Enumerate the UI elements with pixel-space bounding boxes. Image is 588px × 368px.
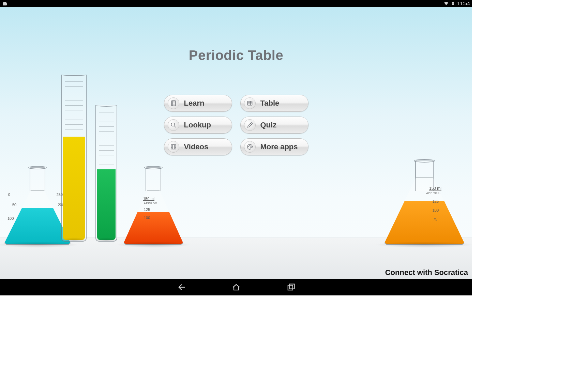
status-bar: 11:54	[0, 0, 472, 7]
svg-point-4	[171, 123, 175, 126]
videos-label: Videos	[184, 142, 226, 151]
flask-orange-large: 150 ml APPROX. 125 100 75	[383, 133, 465, 245]
lookup-label: Lookup	[184, 121, 226, 129]
videos-button[interactable]: Videos	[164, 138, 232, 155]
magnifier-icon	[168, 119, 179, 131]
battery-charging-icon	[451, 1, 455, 6]
more-apps-label: More apps	[260, 142, 302, 151]
svg-point-8	[251, 146, 251, 147]
palette-icon	[244, 141, 256, 153]
connect-link[interactable]: Connect with Socratica	[385, 268, 468, 277]
svg-point-7	[250, 145, 250, 146]
svg-rect-3	[247, 101, 252, 105]
main-menu: Learn Table Lookup Quiz	[164, 95, 308, 155]
table-button[interactable]: Table	[240, 95, 308, 112]
cylinder-yellow: EX20°C 100ml±1ml 100	[61, 75, 87, 242]
app-content: 0 50 100 250 200 EX20°C 100ml±1ml 100	[0, 7, 472, 279]
wifi-icon	[443, 1, 449, 6]
device-frame: 11:54 0 50 100 250 200	[0, 0, 472, 295]
svg-point-6	[248, 146, 249, 147]
svg-rect-9	[288, 285, 292, 290]
table-label: Table	[260, 99, 302, 108]
status-left	[2, 1, 7, 6]
nav-bar	[0, 279, 472, 295]
svg-rect-2	[171, 101, 176, 106]
grid-icon	[244, 97, 256, 109]
status-clock: 11:54	[457, 1, 470, 6]
nav-recent-button[interactable]	[284, 280, 298, 294]
nav-back-button[interactable]	[175, 280, 189, 294]
svg-rect-1	[453, 2, 453, 2]
status-right: 11:54	[443, 1, 470, 6]
page-title: Periodic Table	[189, 48, 283, 63]
learn-label: Learn	[184, 99, 226, 108]
learn-button[interactable]: Learn	[164, 95, 232, 112]
notebook-icon	[168, 97, 179, 109]
glassware-left-group: 0 50 100 250 200 EX20°C 100ml±1ml 100	[3, 61, 181, 279]
android-debug-icon	[2, 1, 7, 6]
quiz-label: Quiz	[260, 121, 302, 129]
svg-rect-5	[171, 144, 176, 149]
cylinder-green: Ex20°c 50/1.0ml ± 0.5ml	[95, 105, 117, 242]
flask-orange-small: 150 ml APPROX. 125 100	[123, 153, 184, 245]
nav-home-button[interactable]	[229, 280, 243, 294]
pencil-icon	[244, 119, 256, 131]
more-apps-button[interactable]: More apps	[240, 138, 308, 155]
film-icon	[168, 141, 179, 153]
quiz-button[interactable]: Quiz	[240, 117, 308, 134]
svg-rect-10	[289, 284, 294, 289]
glassware-right-group: 150 ml APPROX. 125 100 75	[377, 122, 465, 279]
lookup-button[interactable]: Lookup	[164, 117, 232, 134]
